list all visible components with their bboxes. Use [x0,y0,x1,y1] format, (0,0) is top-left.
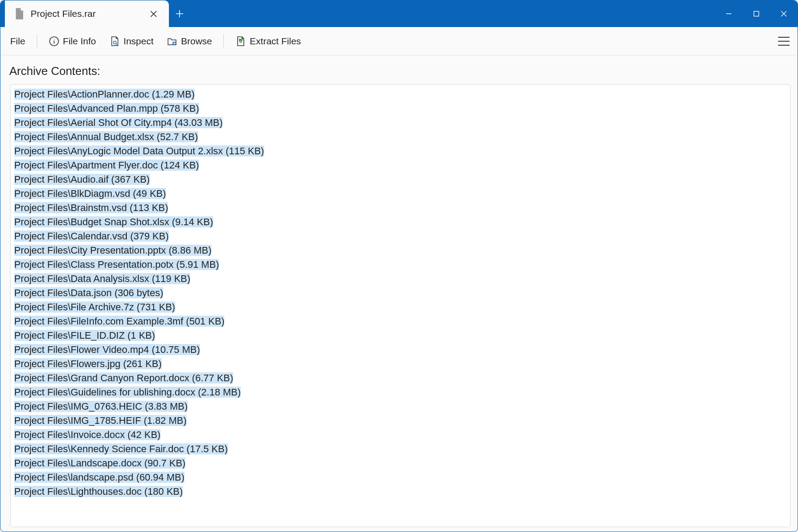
list-item[interactable]: Project Files\Kennedy Science Fair.doc (… [14,442,786,456]
document-icon [15,8,24,20]
menu-button[interactable] [778,37,790,46]
list-item[interactable]: Project Files\BlkDiagm.vsd (49 KB) [14,187,786,201]
list-item[interactable]: Project Files\Landscape.docx (90.7 KB) [14,456,786,470]
toolbar: File File Info Inspect Browse Extr [0,27,798,55]
browse-icon [167,36,177,47]
list-item[interactable]: Project Files\Advanced Plan.mpp (578 KB) [14,102,786,116]
extract-files-label: Extract Files [250,36,301,47]
list-item[interactable]: Project Files\File Archive.7z (731 KB) [14,300,786,314]
toolbar-right [778,37,790,46]
file-menu-label: File [10,36,25,47]
file-listing[interactable]: Project Files\ActionPlanner.doc (1.29 MB… [11,85,790,527]
svg-point-5 [241,39,243,40]
maximize-icon [753,11,759,17]
file-listing-container: Project Files\ActionPlanner.doc (1.29 MB… [10,84,790,527]
title-bar: Project Files.rar [0,0,798,27]
svg-rect-0 [754,12,759,16]
close-icon [781,11,787,17]
list-item[interactable]: Project Files\Apartment Flyer.doc (124 K… [14,158,786,172]
list-item[interactable]: Project Files\ActionPlanner.doc (1.29 MB… [14,87,786,102]
tab-title: Project Files.rar [31,8,140,19]
tab-close-button[interactable] [146,6,161,21]
app-window: Project Files.rar File [0,0,798,532]
list-item[interactable]: Project Files\Flower Video.mp4 (10.75 MB… [14,343,786,357]
window-controls [715,0,798,27]
minimize-icon [726,11,732,17]
plus-icon [176,10,184,18]
close-window-button[interactable] [770,0,798,27]
list-item[interactable]: Project Files\City Presentation.pptx (8.… [14,243,786,258]
file-menu-button[interactable]: File [8,33,27,49]
list-item[interactable]: Project Files\Class Presentation.potx (5… [14,258,786,272]
hamburger-icon [778,37,790,38]
list-item[interactable]: Project Files\IMG_1785.HEIF (1.82 MB) [14,414,786,428]
list-item[interactable]: Project Files\FileInfo.com Example.3mf (… [14,314,786,329]
list-item[interactable]: Project Files\Data Analysis.xlsx (119 KB… [14,272,786,286]
extract-files-button[interactable]: Extract Files [234,33,303,49]
list-item[interactable]: Project Files\Invoice.docx (42 KB) [14,428,786,442]
list-item[interactable]: Project Files\IMG_0763.HEIC (3.83 MB) [14,399,786,414]
list-item[interactable]: Project Files\AnyLogic Model Data Output… [14,144,786,158]
toolbar-separator [223,34,224,49]
browse-label: Browse [181,36,212,47]
file-info-button[interactable]: File Info [47,33,98,49]
tab-active[interactable]: Project Files.rar [5,0,169,27]
list-item[interactable]: Project Files\landscape.psd (60.94 MB) [14,470,786,485]
inspect-button[interactable]: Inspect [108,33,156,49]
toolbar-separator [37,34,37,49]
browse-button[interactable]: Browse [165,33,214,49]
list-item[interactable]: Project Files\Flowers.jpg (261 KB) [14,357,786,371]
list-item[interactable]: Project Files\FILE_ID.DIZ (1 KB) [14,329,786,343]
list-item[interactable]: Project Files\Budget Snap Shot.xlsx (9.1… [14,215,786,229]
maximize-button[interactable] [743,0,770,27]
inspect-label: Inspect [124,36,154,47]
content-header: Archive Contents: [0,55,798,84]
svg-point-2 [113,41,116,43]
svg-point-4 [239,39,241,40]
minimize-button[interactable] [715,0,743,27]
list-item[interactable]: Project Files\Audio.aif (367 KB) [14,172,786,187]
file-info-label: File Info [63,36,96,47]
extract-icon [235,36,246,47]
close-icon [150,11,157,17]
list-item[interactable]: Project Files\Grand Canyon Report.docx (… [14,371,786,385]
list-item[interactable]: Project Files\Brainstm.vsd (113 KB) [14,201,786,215]
list-item[interactable]: Project Files\Guidelines for ublishing.d… [14,385,786,399]
list-item[interactable]: Project Files\Aerial Shot Of City.mp4 (4… [14,116,786,130]
list-item[interactable]: Project Files\Calendar.vsd (379 KB) [14,229,786,243]
list-item[interactable]: Project Files\Lighthouses.doc (180 KB) [14,485,786,499]
info-icon [49,36,59,47]
new-tab-button[interactable] [169,0,190,27]
title-bar-spacer [190,0,715,27]
list-item[interactable]: Project Files\Data.json (306 bytes) [14,286,786,300]
list-item[interactable]: Project Files\Annual Budget.xlsx (52.7 K… [14,130,786,144]
inspect-icon [110,36,120,47]
